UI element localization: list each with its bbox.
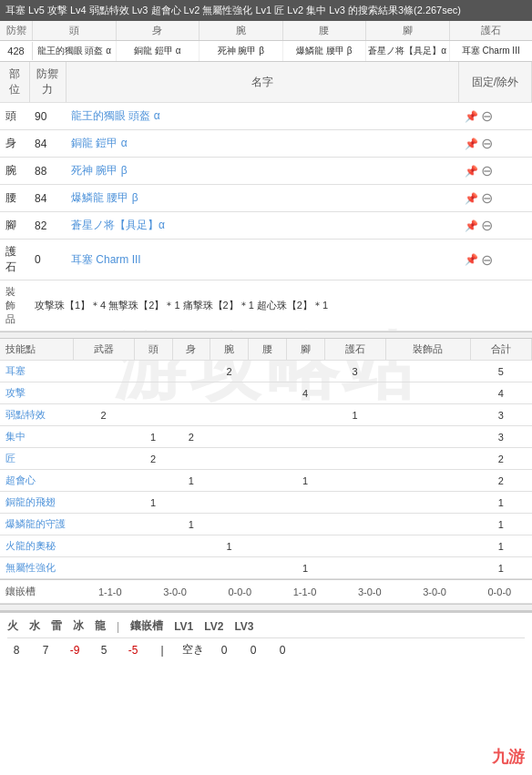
th-defense: 防禦力 — [29, 62, 66, 103]
part-link[interactable]: 耳塞 Charm III — [71, 253, 141, 266]
parts-row: 身 84 銅龍 鎧甲 α 📌 ⊖ — [0, 130, 532, 158]
skills-th-3: 身 — [172, 339, 210, 361]
skill-row: 匠22 — [0, 448, 532, 470]
parts-row: 護石 0 耳塞 Charm III 📌 ⊖ — [0, 240, 532, 280]
pin-icon[interactable]: 📌 — [465, 253, 478, 266]
skills-th-9: 合計 — [470, 339, 531, 361]
pin-icon[interactable]: 📌 — [465, 219, 478, 232]
skill-link[interactable]: 耳塞 — [5, 365, 26, 376]
part-link[interactable]: 爆鱗龍 腰甲 β — [71, 191, 138, 204]
skill-cell-9-4 — [210, 557, 249, 579]
part-link[interactable]: 死神 腕甲 β — [71, 164, 128, 177]
part-link[interactable]: 銅龍 鎧甲 α — [71, 137, 128, 149]
skill-cell-7-8 — [385, 514, 470, 535]
slot-body: 銅龍 鎧甲 α — [117, 41, 200, 61]
minus-icon[interactable]: ⊖ — [481, 107, 493, 125]
skill-cell-4-2: 2 — [134, 448, 172, 470]
res-value-8: 0 — [244, 644, 262, 657]
skill-cell-4-7 — [324, 448, 385, 470]
skill-cell-4-4 — [210, 448, 249, 470]
slot-head: 龍王的獨眼 頭盔 α — [33, 41, 117, 61]
skill-link[interactable]: 弱點特效 — [5, 409, 46, 420]
skill-cell-2-2 — [134, 404, 172, 426]
part-link[interactable]: 蒼星ノ将【具足】α — [71, 219, 165, 231]
skill-cell-5-6: 1 — [286, 470, 324, 492]
skill-cell-3-8 — [385, 426, 470, 448]
skill-cell-8-8 — [385, 535, 470, 557]
skill-cell-6-7 — [324, 492, 385, 514]
skill-cell-0-7: 3 — [324, 361, 385, 382]
skill-cell-9-9: 1 — [470, 557, 531, 579]
skill-row: 集中123 — [0, 426, 532, 448]
slot-val-0: 1-1-0 — [77, 580, 142, 604]
slot-arm: 死神 腕甲 β — [200, 41, 283, 61]
part-name: 腳 — [0, 212, 29, 240]
slot-charm: 耳塞 Charm III — [450, 41, 533, 61]
part-fixed: 📌 ⊖ — [459, 158, 532, 185]
th-part: 部位 — [0, 62, 29, 103]
header-text: 耳塞 Lv5 攻撃 Lv4 弱點特效 Lv3 超會心 Lv2 無屬性強化 Lv1… — [5, 5, 461, 15]
skill-link[interactable]: 超會心 — [5, 474, 36, 485]
skill-link[interactable]: 火龍的奧秘 — [5, 540, 56, 551]
skill-cell-9-5 — [249, 557, 287, 579]
part-defense: 90 — [29, 103, 66, 130]
skill-cell-3-9: 3 — [470, 426, 531, 448]
skill-cell-8-7 — [324, 535, 385, 557]
skills-th-4: 腕 — [210, 339, 249, 361]
build-row: 428 龍王的獨眼 頭盔 α 銅龍 鎧甲 α 死神 腕甲 β 爆鱗龍 腰甲 β … — [0, 41, 532, 62]
skill-cell-4-1 — [73, 448, 134, 470]
minus-icon[interactable]: ⊖ — [481, 189, 493, 207]
skills-th-0: 技能點 — [0, 339, 73, 361]
minus-icon[interactable]: ⊖ — [481, 217, 493, 234]
minus-icon[interactable]: ⊖ — [481, 162, 493, 179]
part-name: 頭 — [0, 103, 29, 130]
skill-cell-9-8 — [385, 557, 470, 579]
slot-val-4: 3-0-0 — [337, 580, 402, 604]
skill-link[interactable]: 爆鱗龍的守護 — [5, 518, 66, 529]
skill-row: 超會心112 — [0, 470, 532, 492]
resistance-values: 87-95-5|空き000 — [7, 642, 525, 658]
part-fixed: 📌 ⊖ — [459, 212, 532, 240]
pin-icon[interactable]: 📌 — [465, 165, 478, 178]
res-header-4: 龍 — [95, 618, 106, 634]
res-value-6: 空き — [182, 642, 204, 658]
skill-link[interactable]: 攻撃 — [5, 387, 26, 398]
skill-cell-2-6 — [286, 404, 324, 426]
part-link[interactable]: 龍王的獨眼 頭盔 α — [71, 109, 160, 122]
skill-link[interactable]: 匠 — [5, 453, 15, 464]
col-header-defense: 防禦 — [0, 21, 33, 40]
skill-cell-5-8 — [385, 470, 470, 492]
skill-cell-7-2 — [134, 514, 172, 535]
skill-link[interactable]: 銅龍的飛翅 — [5, 496, 56, 507]
minus-icon[interactable]: ⊖ — [481, 135, 493, 152]
skill-cell-1-0: 攻撃 — [0, 382, 73, 404]
skill-cell-5-7 — [324, 470, 385, 492]
skill-cell-3-1 — [73, 426, 134, 448]
skill-cell-4-5 — [249, 448, 287, 470]
slot-leg: 蒼星ノ将【具足】α — [366, 41, 450, 61]
skill-cell-1-6: 4 — [286, 382, 324, 404]
skill-cell-3-4 — [210, 426, 249, 448]
col-header-charm: 護石 — [450, 21, 533, 40]
skill-cell-8-9: 1 — [470, 535, 531, 557]
skill-cell-9-3 — [172, 557, 210, 579]
skill-link[interactable]: 集中 — [5, 431, 26, 442]
skill-cell-8-0: 火龍的奧秘 — [0, 535, 73, 557]
part-equip-name: 蒼星ノ将【具足】α — [66, 212, 459, 240]
skill-row: 耳塞235 — [0, 361, 532, 382]
skill-cell-6-2: 1 — [134, 492, 172, 514]
skill-cell-0-9: 5 — [470, 361, 531, 382]
pin-icon[interactable]: 📌 — [465, 192, 478, 205]
skill-cell-7-6 — [286, 514, 324, 535]
skill-cell-1-1 — [73, 382, 134, 404]
pin-icon[interactable]: 📌 — [465, 138, 478, 150]
slot-waist: 爆鱗龍 腰甲 β — [283, 41, 367, 61]
skill-cell-6-0: 銅龍的飛翅 — [0, 492, 73, 514]
skill-cell-9-7 — [324, 557, 385, 579]
minus-icon[interactable]: ⊖ — [481, 251, 493, 269]
skill-row: 弱點特效213 — [0, 404, 532, 426]
pin-icon[interactable]: 📌 — [465, 110, 478, 123]
build-id: 428 — [0, 42, 33, 60]
skill-cell-0-2 — [134, 361, 172, 382]
skill-link[interactable]: 無屬性強化 — [5, 562, 56, 573]
